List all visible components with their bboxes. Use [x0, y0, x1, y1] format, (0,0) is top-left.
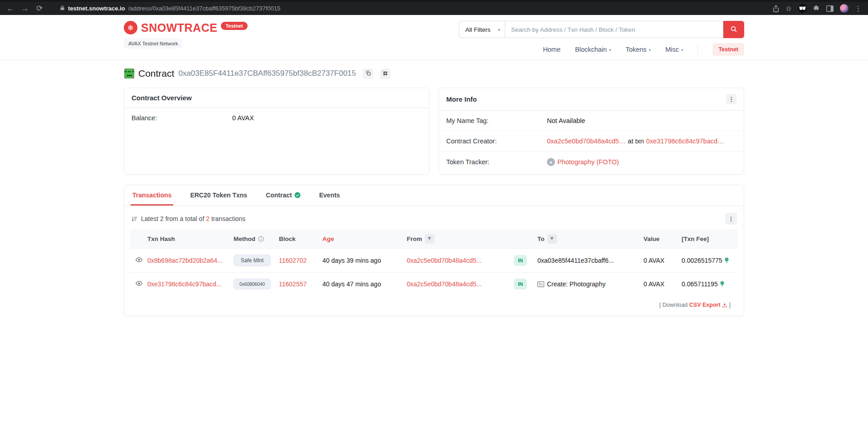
table-menu-button[interactable]: ⋮: [725, 213, 737, 225]
kebab-menu-icon: ⋮: [728, 216, 734, 222]
from-address-link[interactable]: 0xa2c5e0bd70b48a4cd5...: [407, 257, 482, 264]
creator-txn-link[interactable]: 0xe31798c6c84c97bacd…: [646, 137, 724, 145]
brand-name: SNOWTRACE: [141, 21, 217, 34]
contract-address: 0xa03E85F4411e37CBAff635975bf38cB2737F00…: [178, 69, 356, 78]
filter-funnel-icon: [427, 236, 432, 242]
method-badge[interactable]: Safe Mint: [234, 255, 271, 266]
chevron-down-icon: ▾: [609, 48, 611, 52]
search-filter-label: All Filters: [465, 26, 491, 33]
site-header: ❄ SNOWTRACE Testnet AVAX Testnet Network…: [0, 15, 868, 60]
network-label: AVAX Testnet Network: [124, 39, 182, 49]
block-link[interactable]: 11602702: [279, 257, 307, 264]
transactions-summary: Latest 2 from a total of 2 transactions: [141, 215, 245, 222]
txn-hash-link[interactable]: 0x8b698ac72bd20b2a64...: [147, 257, 223, 264]
age-value: 40 days 39 mins ago: [322, 249, 407, 273]
eye-icon: [136, 256, 142, 265]
sort-icon: [131, 216, 138, 222]
token-tracker-link[interactable]: Photography (FOTO): [557, 158, 619, 166]
to-address: 0xa03e85f4411e37cbaff6...: [537, 249, 644, 273]
avalanche-token-icon: ▲: [547, 158, 555, 166]
token-tracker-row: Token Tracker: ▲ Photography (FOTO): [439, 151, 744, 172]
transactions-card: Transactions ERC20 Token Txns Contract E…: [124, 185, 744, 316]
age-value: 40 days 47 mins ago: [322, 273, 407, 296]
tab-erc20-token-txns[interactable]: ERC20 Token Txns: [188, 185, 249, 206]
col-eye: [130, 230, 147, 249]
extensions-puzzle-icon[interactable]: [813, 5, 820, 12]
profile-avatar[interactable]: [840, 4, 848, 13]
contract-creator-row: Contract Creator: 0xa2c5e0bd70b48a4cd5… …: [439, 131, 744, 151]
txn-fee-value: 0.065711195: [682, 280, 718, 288]
table-row: 0x8b698ac72bd20b2a64... Safe Mint 116027…: [130, 249, 738, 273]
browser-forward-icon[interactable]: →: [19, 3, 31, 15]
gas-lightbulb-icon[interactable]: [720, 281, 725, 287]
search-input[interactable]: [505, 21, 723, 38]
browser-toolbar: ← → ⟳ testnet.snowtrace.io/address/0xa03…: [0, 0, 868, 15]
block-link[interactable]: 11602557: [279, 280, 307, 288]
more-info-card-title: More Info: [446, 95, 477, 103]
contract-blockies-avatar: [124, 69, 134, 79]
to-filter-button[interactable]: [547, 234, 557, 244]
info-icon[interactable]: [258, 236, 264, 242]
transactions-table: Txn Hash Method Block Age: [130, 230, 738, 295]
snowflake-logo-icon: ❄: [124, 21, 137, 34]
chevron-down-icon: ▾: [649, 48, 651, 52]
brand-testnet-badge: Testnet: [221, 22, 247, 30]
preview-txn-button[interactable]: [136, 280, 142, 288]
preview-txn-button[interactable]: [136, 256, 142, 265]
name-tag-value: Not Available: [547, 117, 585, 124]
side-panel-icon[interactable]: [826, 5, 834, 12]
tab-contract[interactable]: Contract: [264, 185, 302, 206]
qr-code-button[interactable]: [380, 69, 390, 79]
search-icon: [730, 25, 737, 34]
method-badge[interactable]: 0x60806040: [234, 279, 271, 290]
page-title-row: Contract 0xa03E85F4411e37CBAff635975bf38…: [124, 68, 744, 79]
kebab-menu-icon: ⋮: [728, 96, 734, 103]
creator-address-link[interactable]: 0xa2c5e0bd70b48a4cd5…: [547, 137, 625, 145]
name-tag-label: My Name Tag:: [446, 117, 547, 124]
more-info-menu-button[interactable]: ⋮: [726, 94, 736, 104]
lock-icon: [60, 5, 65, 13]
table-header-row: Txn Hash Method Block Age: [130, 230, 738, 249]
url-host: testnet.snowtrace.io: [68, 5, 125, 12]
verified-check-icon: [294, 192, 301, 198]
from-filter-button[interactable]: [425, 234, 434, 244]
col-from: From: [407, 230, 514, 249]
at-txn-text: at txn: [628, 137, 644, 145]
address-bar[interactable]: testnet.snowtrace.io/address/0xa03e85f44…: [60, 5, 770, 13]
direction-badge: IN: [514, 255, 527, 266]
txn-hash-link[interactable]: 0xe31798c6c84c97bacd...: [147, 280, 221, 288]
nav-item-tokens[interactable]: Tokens ▾: [626, 46, 651, 53]
browser-menu-icon[interactable]: ⋮: [855, 5, 862, 13]
csv-export-row: [ Download CSV Export ]: [130, 295, 738, 316]
balance-label: Balance:: [132, 114, 232, 122]
filter-funnel-icon: [550, 236, 554, 242]
from-address-link[interactable]: 0xa2c5e0bd70b48a4cd5...: [407, 280, 482, 288]
csv-export-link[interactable]: CSV Export: [689, 302, 721, 308]
extension-avatar-icon[interactable]: [798, 4, 807, 13]
nav-item-blockchain[interactable]: Blockchain ▾: [575, 46, 611, 53]
col-block: Block: [279, 230, 322, 249]
col-to: To: [537, 230, 644, 249]
gas-lightbulb-icon[interactable]: [724, 257, 729, 264]
direction-badge: IN: [514, 279, 527, 290]
brand-logo[interactable]: ❄ SNOWTRACE Testnet: [124, 21, 248, 34]
copy-address-button[interactable]: [363, 69, 373, 79]
balance-row: Balance: 0 AVAX: [124, 108, 429, 128]
col-method: Method: [234, 230, 279, 249]
search-bar: All Filters ▾: [459, 21, 744, 38]
search-button[interactable]: [723, 21, 744, 38]
browser-refresh-icon[interactable]: ⟳: [34, 3, 45, 15]
search-filter-dropdown[interactable]: All Filters ▾: [459, 21, 505, 38]
testnet-network-button[interactable]: Testnet: [712, 43, 744, 56]
bookmark-star-icon[interactable]: ☆: [785, 4, 792, 13]
tab-events[interactable]: Events: [317, 185, 342, 206]
url-path: /address/0xa03e85f4411e37cbaff635975bf38…: [128, 5, 281, 12]
col-age[interactable]: Age: [322, 230, 407, 249]
nav-item-misc[interactable]: Misc ▾: [665, 46, 683, 53]
tab-transactions[interactable]: Transactions: [131, 185, 173, 206]
nav-item-home[interactable]: Home: [543, 46, 561, 53]
share-icon[interactable]: [773, 5, 779, 12]
balance-value: 0 AVAX: [232, 114, 254, 122]
transactions-total-count: 2: [206, 215, 210, 222]
browser-back-icon[interactable]: ←: [5, 3, 16, 15]
